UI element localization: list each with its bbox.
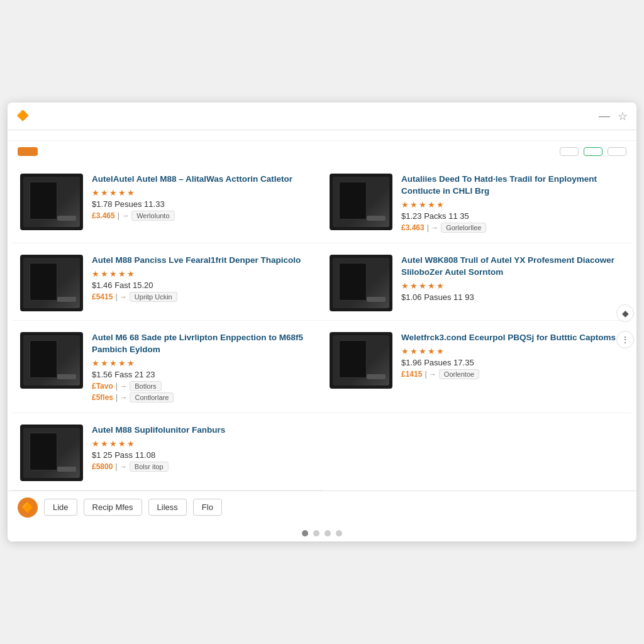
product-image-cable (57, 467, 76, 472)
product-title[interactable]: Autel M88 Panciss Lve Fearal1frit Denper… (92, 255, 314, 267)
star-half: ★ (436, 347, 444, 356)
title-bar: 🔶 — ☆ (8, 103, 636, 130)
product-image-box (339, 340, 367, 378)
product-meta-price: £Tavo (92, 382, 113, 391)
product-stars: ★★★★★ (401, 200, 624, 209)
product-image-box (30, 433, 57, 470)
product-image-inner (23, 428, 80, 478)
meta-action-link[interactable]: Gorlelorllee (441, 223, 486, 233)
product-title[interactable]: Autel M6 68 Sade pte Livrlipton Enppecti… (92, 332, 314, 356)
product-meta: £Tavo | → Botlors (92, 381, 314, 391)
product-price: $1.06 Pasues 11 93 (401, 292, 624, 302)
footer-tab[interactable]: Lide (44, 499, 77, 516)
product-info: Autel M6 68 Sade pte Livrlipton Enppecti… (92, 332, 314, 404)
star-filled: ★ (118, 188, 126, 197)
footer-tab[interactable]: Flo (193, 499, 222, 516)
star-filled: ★ (410, 281, 418, 291)
meta-action-link[interactable]: Werlolunto (131, 211, 174, 221)
product-meta: £5800 | → Bolsr itop (92, 462, 314, 472)
star-filled: ★ (428, 281, 435, 291)
product-info: Autel W8K808 Trull of Autel YX Profesmen… (401, 255, 624, 304)
meta-action-link[interactable]: Oorlentoe (439, 369, 479, 379)
meta-arrow: | → (115, 292, 126, 301)
meta-arrow: | → (118, 211, 129, 220)
star-filled: ★ (109, 188, 117, 197)
meta-action-link2[interactable]: Contlorlare (130, 392, 174, 402)
footer-bar: 🔶 LideRecip MfesLilessFlo (8, 491, 636, 524)
product-price: $1.56 Fass 21 23 (92, 370, 314, 379)
minimize-icon[interactable]: — (599, 109, 610, 123)
product-meta-price: £1415 (401, 370, 422, 379)
star-filled: ★ (419, 281, 426, 291)
product-image-cable (57, 216, 76, 221)
product-image-inner (23, 335, 80, 386)
partings-button[interactable] (608, 147, 626, 156)
meta-action-link[interactable]: Bolsr itop (130, 462, 169, 472)
product-image-box (30, 340, 57, 378)
product-image (20, 174, 83, 230)
footer-tab[interactable]: Liless (148, 499, 187, 516)
meta-arrow: | → (427, 223, 438, 232)
product-image-inner (333, 177, 389, 227)
more-options-icon[interactable]: ⋮ (616, 331, 634, 348)
meta-arrow: | → (425, 370, 436, 379)
star-filled: ★ (101, 188, 108, 197)
footer-icon: 🔶 (18, 497, 38, 518)
product-image-box (30, 263, 57, 301)
product-image (20, 332, 83, 389)
product-image (330, 332, 392, 389)
product-image (330, 255, 392, 311)
product-title[interactable]: Autel W8K808 Trull of Autel YX Profesmen… (401, 255, 624, 279)
product-image-cable (367, 216, 386, 221)
meta-action-link[interactable]: Upritp Uckin (130, 292, 177, 302)
star-icon[interactable]: ☆ (618, 109, 628, 123)
meta-action-link[interactable]: Botlors (130, 381, 161, 391)
product-image (20, 255, 83, 311)
product-title[interactable]: Autaliies Deed To Hatd·les Tradil for En… (401, 174, 624, 197)
product-card: Autel M88 Suplifolunitor Fanburs ★★★★★ $… (13, 413, 322, 491)
product-image-inner (23, 258, 80, 308)
star-filled: ★ (92, 188, 99, 197)
star-half: ★ (127, 439, 135, 448)
star-filled: ★ (92, 358, 99, 368)
product-info: Autaliies Deed To Hatd·les Tradil for En… (401, 174, 624, 234)
product-meta-price2: £5fles (92, 393, 113, 402)
product-info: Autel M88 Panciss Lve Fearal1frit Denper… (92, 255, 314, 303)
product-image-cable (367, 374, 386, 379)
product-price: $1.78 Pesues 11.33 (92, 199, 314, 209)
romel-button[interactable] (560, 147, 579, 156)
product-meta: £5415 | → Upritp Uckin (92, 292, 314, 302)
star-half: ★ (127, 269, 135, 279)
product-image-box (339, 263, 367, 301)
pagination-dot[interactable] (325, 530, 331, 536)
pagination-dot[interactable] (302, 530, 308, 536)
star-filled: ★ (118, 358, 126, 368)
product-image-box (30, 182, 57, 219)
star-filled: ★ (109, 439, 117, 448)
product-price: $1 25 Pass 11.08 (92, 450, 314, 460)
app-icon: 🔶 (16, 109, 30, 123)
product-stars: ★★★★★ (401, 347, 624, 356)
main-action-button[interactable] (18, 147, 38, 156)
diamond-icon[interactable]: ◆ (616, 304, 634, 322)
product-title[interactable]: Weletfrck3.cond Eceurpol PBQSj for Buttt… (401, 332, 624, 344)
pagination-dot[interactable] (313, 530, 319, 536)
product-meta: £1415 | → Oorlentoe (401, 369, 624, 379)
product-image-inner (23, 177, 80, 227)
product-meta-price: £3.463 (401, 223, 425, 232)
product-image-inner (333, 335, 389, 386)
star-filled: ★ (92, 439, 99, 448)
product-card: Autel M6 68 Sade pte Livrlipton Enppecti… (13, 321, 322, 413)
product-title[interactable]: AutelAutel Autel M88 – AlitalWas Acttori… (92, 174, 314, 186)
last-now-button[interactable] (584, 147, 602, 156)
star-filled: ★ (109, 358, 117, 368)
product-title[interactable]: Autel M88 Suplifolunitor Fanburs (92, 425, 314, 436)
product-image-cable (57, 374, 76, 379)
toolbar (8, 141, 636, 162)
main-content: AutelAutel Autel M88 – AlitalWas Acttori… (8, 162, 636, 491)
pagination (8, 524, 636, 541)
window-controls: — ☆ (599, 109, 628, 123)
product-card: Autel W8K808 Trull of Autel YX Profesmen… (322, 243, 631, 321)
footer-tab[interactable]: Recip Mfes (84, 499, 142, 516)
pagination-dot[interactable] (336, 530, 342, 536)
